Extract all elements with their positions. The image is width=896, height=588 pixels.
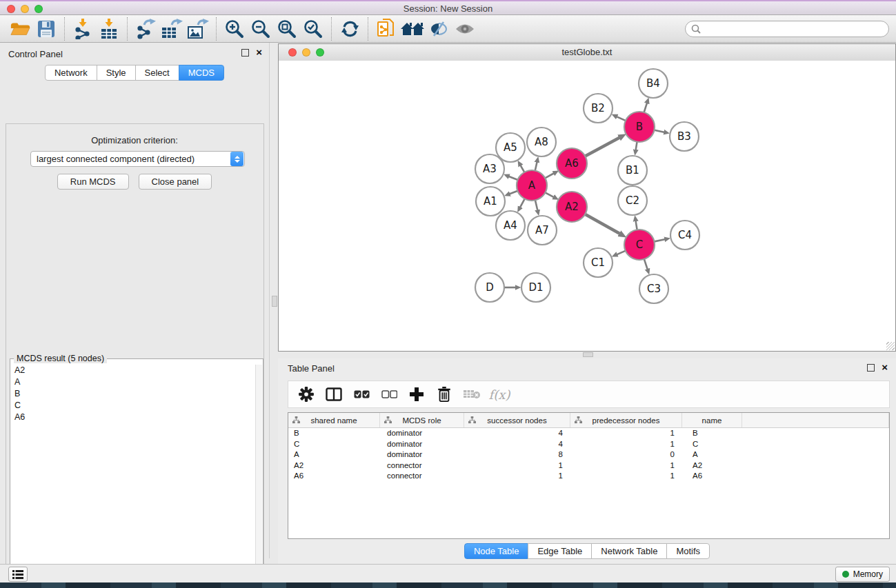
float-panel-icon[interactable] <box>241 49 249 57</box>
show-log-button[interactable] <box>8 567 28 582</box>
deselect-all-button[interactable] <box>377 383 401 405</box>
export-image-button[interactable] <box>185 17 211 41</box>
memory-status-icon <box>842 571 849 578</box>
import-network-button[interactable] <box>70 17 96 41</box>
column-header-mcds-role[interactable]: MCDS role <box>380 413 464 427</box>
open-session-button[interactable] <box>7 17 33 41</box>
zoom-in-button[interactable] <box>221 17 248 41</box>
graph-node-A7[interactable]: A7 <box>528 216 557 245</box>
table-body: Bdominator41BCdominator41CAdominator80AA… <box>288 428 889 482</box>
tab-select[interactable]: Select <box>135 65 179 81</box>
table-cell: A6 <box>288 471 380 482</box>
graph-node-B4[interactable]: B4 <box>639 69 668 98</box>
column-header-name[interactable]: name <box>682 413 742 427</box>
save-session-button[interactable] <box>33 17 59 41</box>
function-builder-button[interactable]: f(x) <box>487 383 512 405</box>
float-table-panel-icon[interactable] <box>867 364 875 372</box>
graph-node-B2[interactable]: B2 <box>584 94 613 123</box>
export-network-button[interactable] <box>132 17 159 41</box>
column-header-successor-nodes[interactable]: successor nodes <box>464 413 570 427</box>
graph-node-B3[interactable]: B3 <box>670 122 699 151</box>
graph-node-A8[interactable]: A8 <box>527 128 556 156</box>
add-row-button[interactable] <box>404 383 429 405</box>
toggle-columns-button[interactable] <box>321 383 346 405</box>
network-window-titlebar[interactable]: testGlobe.txt <box>279 44 895 61</box>
horizontal-splitter-grip[interactable] <box>583 352 593 357</box>
result-list-item[interactable]: A <box>11 376 256 388</box>
svg-text:B: B <box>636 121 643 133</box>
graph-node-A5[interactable]: A5 <box>496 133 525 162</box>
graph-node-C1[interactable]: C1 <box>584 248 613 277</box>
tab-network[interactable]: Network <box>45 65 97 81</box>
network-canvas[interactable]: B4B2BB3A5A8A6A3B1AA1C2A2A4A7C4CC1C3DD1 <box>279 61 895 351</box>
zoom-selected-button[interactable] <box>300 17 326 41</box>
home-button[interactable] <box>399 17 426 41</box>
table-row[interactable]: Bdominator41B <box>288 428 889 439</box>
search-field[interactable] <box>685 21 889 37</box>
memory-button[interactable]: Memory <box>835 567 890 582</box>
table-cell: 1 <box>570 471 682 482</box>
zoom-out-button[interactable] <box>248 17 274 41</box>
tab-motifs[interactable]: Motifs <box>666 543 710 559</box>
graph-node-C[interactable]: C <box>624 230 655 260</box>
tab-node-table[interactable]: Node Table <box>464 543 529 559</box>
zoom-fit-button[interactable] <box>274 17 300 41</box>
show-graphics-details-button[interactable] <box>452 17 478 41</box>
graph-node-A[interactable]: A <box>517 170 547 201</box>
graph-node-B1[interactable]: B1 <box>618 156 647 185</box>
result-list-scrollbar[interactable] <box>255 365 262 588</box>
table-cell: C <box>288 439 380 450</box>
destroy-table-button[interactable] <box>459 383 484 405</box>
select-all-button[interactable] <box>349 383 374 405</box>
unchecked-boxes-icon <box>381 390 397 398</box>
search-input[interactable] <box>704 23 883 34</box>
import-table-button[interactable] <box>96 17 122 41</box>
table-row[interactable]: Adominator80A <box>288 449 889 460</box>
table-panel: Table Panel × <box>278 358 896 564</box>
table-row[interactable]: Cdominator41C <box>288 439 889 450</box>
refresh-layout-button[interactable] <box>337 17 363 41</box>
graph-node-C2[interactable]: C2 <box>618 186 647 215</box>
graph-node-A1[interactable]: A1 <box>476 187 505 216</box>
tab-style[interactable]: Style <box>97 65 136 81</box>
result-list-item[interactable]: A2 <box>11 365 256 376</box>
graph-node-A3[interactable]: A3 <box>475 154 504 183</box>
new-network-from-file-button[interactable] <box>373 17 399 41</box>
result-list-item[interactable]: B <box>11 388 256 400</box>
result-list-item[interactable]: A6 <box>11 412 256 423</box>
close-panel-icon[interactable]: × <box>256 48 262 57</box>
table-row[interactable]: A2connector11A2 <box>288 460 889 472</box>
optimization-criterion-select[interactable]: largest connected component (directed) <box>30 151 245 167</box>
result-list-item[interactable]: C <box>11 400 256 412</box>
column-header-shared-name[interactable]: shared name <box>288 413 380 427</box>
close-table-panel-icon[interactable]: × <box>882 363 888 372</box>
tab-mcds[interactable]: MCDS <box>179 65 224 81</box>
run-mcds-button[interactable]: Run MCDS <box>57 174 129 190</box>
control-panel-tabs: Network Style Select MCDS <box>0 65 269 81</box>
graph-node-D1[interactable]: D1 <box>521 273 550 302</box>
vertical-splitter-grip[interactable] <box>272 296 277 307</box>
graph-node-A4[interactable]: A4 <box>496 211 525 240</box>
column-header-predecessor-nodes[interactable]: predecessor nodes <box>570 413 682 427</box>
graph-node-B[interactable]: B <box>624 112 655 142</box>
export-table-button[interactable] <box>159 17 185 41</box>
table-settings-button[interactable] <box>294 383 319 405</box>
delete-row-button[interactable] <box>432 383 457 405</box>
table-row[interactable]: A6connector11A6 <box>288 471 889 482</box>
svg-text:C1: C1 <box>591 256 605 269</box>
app-window: Session: New Session <box>0 0 896 588</box>
window-resize-grip[interactable] <box>886 342 895 350</box>
graph-node-A6[interactable]: A6 <box>557 148 587 179</box>
tab-network-table[interactable]: Network Table <box>591 543 667 559</box>
tab-edge-table[interactable]: Edge Table <box>528 543 592 559</box>
svg-text:A4: A4 <box>504 219 517 232</box>
graph-node-D[interactable]: D <box>475 273 504 302</box>
graph-node-C4[interactable]: C4 <box>670 221 699 250</box>
graph-node-A2[interactable]: A2 <box>557 192 587 222</box>
graph-edge-C-C4 <box>654 239 665 241</box>
toolbar-separator <box>127 17 128 41</box>
table-cell: connector <box>380 460 464 472</box>
graph-node-C3[interactable]: C3 <box>639 274 668 303</box>
hide-graphics-details-button[interactable] <box>426 17 452 41</box>
close-panel-button[interactable]: Close panel <box>139 174 212 190</box>
